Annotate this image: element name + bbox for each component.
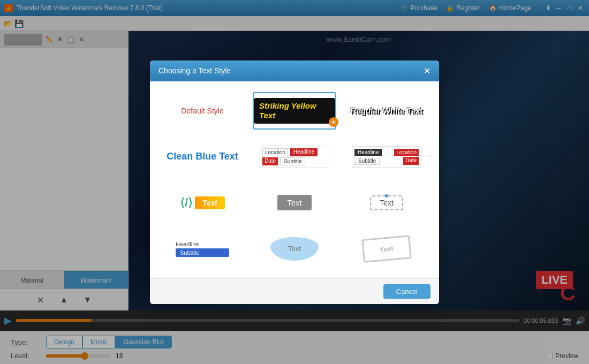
add-badge: +: [329, 117, 338, 127]
choose-text-style-dialog: Choosing a Text Style ✕ Default Style St…: [150, 60, 439, 304]
gray-text-preview: Text: [277, 195, 312, 210]
style-cell-gray[interactable]: Text: [253, 184, 336, 222]
style-cell-stamp[interactable]: Text: [345, 230, 428, 268]
style-cell-vuejs[interactable]: ⟨/⟩ Text: [161, 184, 244, 222]
stamp-preview: Text: [360, 236, 413, 262]
stamp-text-label: Text: [379, 244, 394, 254]
vue-logo-icon: ⟨/⟩: [180, 196, 193, 210]
headline2-preview: Headline Location Subtitle Date: [352, 146, 421, 168]
blue-text-label: Clean Blue Text: [167, 151, 238, 162]
style-cell-headline1[interactable]: Location Headline Date Subtitle: [253, 138, 336, 176]
style-cell-headline2[interactable]: Headline Location Subtitle Date: [345, 138, 428, 176]
dialog-footer: Cancel: [150, 278, 439, 304]
style-grid: Default Style Striking Yellow Text + Reg…: [161, 92, 428, 268]
hl2-headline-label: Headline: [354, 149, 382, 156]
orange-tag-text: Text: [195, 196, 225, 209]
dialog-body: Default Style Striking Yellow Text + Reg…: [150, 81, 439, 278]
dotted-text-label: Text: [380, 199, 394, 207]
vuejs-preview: ⟨/⟩ Text: [180, 196, 225, 210]
yellow-text-label: Striking Yellow Text: [259, 101, 316, 120]
gray-text-label: Text: [287, 198, 302, 207]
white-text-label: Regular White Text: [351, 106, 423, 115]
hs-subtitle-label: Subtitle: [176, 248, 229, 257]
dotted-text-preview: Text: [370, 195, 403, 210]
headline-subtitle-preview: Headline Subtitle: [176, 241, 229, 257]
bubble-shape: Text: [270, 237, 319, 261]
style-cell-default[interactable]: Default Style: [161, 92, 244, 130]
hl-headline-label: Headline: [290, 148, 318, 156]
hl2-location-label: Location: [394, 149, 419, 156]
hl-date-label: Date: [262, 157, 278, 165]
headline1-preview: Location Headline Date Subtitle: [260, 146, 329, 168]
hl-subtitle-label: Subtitle: [280, 157, 305, 165]
dialog-overlay: Choosing a Text Style ✕ Default Style St…: [0, 0, 589, 364]
bubble-text-label: Text: [288, 245, 301, 253]
yellow-text-preview: Striking Yellow Text +: [254, 98, 335, 124]
hs-headline-label: Headline: [176, 241, 229, 247]
style-cell-yellow[interactable]: Striking Yellow Text +: [253, 92, 336, 130]
stamp-bg: Text: [361, 235, 411, 263]
dialog-title: Choosing a Text Style: [158, 66, 231, 75]
bubble-preview: Text: [268, 236, 321, 262]
style-cell-white[interactable]: Regular White Text: [345, 92, 428, 130]
default-style-label: Default Style: [181, 107, 223, 115]
style-cell-blue[interactable]: Clean Blue Text: [161, 138, 244, 176]
hl2-subtitle-label: Subtitle: [354, 157, 380, 165]
dialog-close-button[interactable]: ✕: [424, 66, 431, 76]
style-cell-bubble[interactable]: Text: [253, 230, 336, 268]
style-cell-headline-subtitle[interactable]: Headline Subtitle: [161, 230, 244, 268]
dialog-header: Choosing a Text Style ✕: [150, 60, 439, 81]
style-cell-dotted[interactable]: Text: [345, 184, 428, 222]
dot-accent: [385, 194, 388, 198]
cancel-button[interactable]: Cancel: [383, 284, 431, 299]
hl2-date-label: Date: [403, 157, 419, 165]
hl-location-label: Location: [262, 148, 288, 156]
